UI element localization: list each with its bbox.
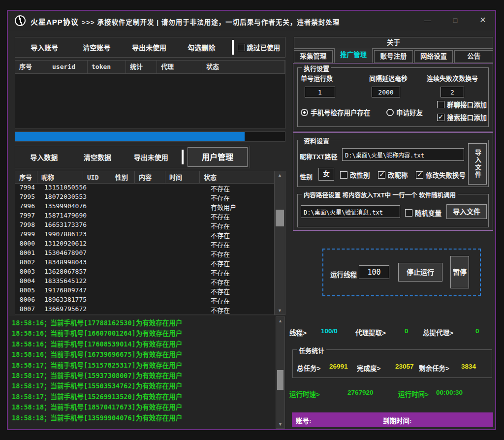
col-proxy: 代理 [157, 61, 202, 73]
run-speed-value: 2767920 [347, 389, 374, 396]
user-manage-button[interactable]: 用户管理 [188, 147, 248, 167]
log-line: 18:58:17；当前手机号[15937308007]为有效存在用户 [12, 371, 285, 381]
tab-network[interactable]: 网络设置 [414, 50, 453, 63]
nick-path-label: 昵称TXT路径 [300, 152, 338, 161]
delay-ms-input[interactable] [372, 87, 400, 97]
col-userid: userid [48, 61, 88, 73]
proxy-stat-value: 0 [405, 327, 409, 335]
table-scrollbar[interactable]: ▲ ▼ [274, 171, 285, 315]
remain-value: 3834 [461, 363, 476, 370]
stop-run-button[interactable]: 停止运行 [398, 263, 442, 282]
tab-register[interactable]: 账号注册 [374, 50, 413, 63]
log-line: 18:58:17；当前手机号[15157825317]为有效存在用户 [12, 360, 285, 371]
table-row[interactable]: 799715871479690不存在 [15, 212, 285, 221]
log-line: 18:58:16；当前手机号[16607001264]为有效存在用户 [12, 328, 285, 339]
table-row[interactable]: 800713669795672不存在 [15, 305, 285, 314]
clear-accounts-button[interactable]: 清空账号 [70, 42, 123, 52]
nick-path-input[interactable] [342, 148, 464, 161]
tab-promote[interactable]: 推广管理 [334, 48, 373, 63]
done-label: 完成度> [357, 363, 380, 373]
maximize-button[interactable]: □ [448, 14, 463, 27]
table-row[interactable]: 800218348998043不存在 [15, 258, 285, 268]
export-unused-data-button[interactable]: 导出未使用 [124, 152, 178, 162]
table-row[interactable]: 800115304678907不存在 [15, 249, 285, 258]
profile-settings-panel: 资料设置 昵称TXT路径 导入文件 性别 女 改性别 改昵称 修改失败换号 内容… [293, 132, 493, 231]
tab-collect[interactable]: 采集管理 [294, 50, 333, 63]
scrollbar-thumb[interactable] [277, 370, 284, 390]
delete-checked-button[interactable]: 勾选删除 [175, 42, 227, 52]
thread-count-label: 运行线程 [330, 269, 357, 279]
profile-group-title: 资料设置 [302, 136, 331, 145]
import-content-file-button[interactable]: 导入文件 [446, 204, 487, 219]
log-line: 18:58:16；当前手机号[16739696675]为有效存在用户 [12, 349, 285, 360]
export-unused-accounts-button[interactable]: 导出未使用 [123, 42, 175, 52]
toolbar-divider [232, 40, 234, 55]
skip-used-checkbox[interactable]: 跳过已使用 [238, 42, 283, 52]
pause-button[interactable]: 暂停 [450, 256, 469, 288]
about-button[interactable]: 关于 [294, 37, 493, 49]
delay-ms-label: 间隔延迟毫秒 [369, 73, 408, 83]
change-nick-checkbox[interactable]: 改昵称 [378, 170, 408, 180]
task-stats-title: 任务统计 [297, 346, 326, 355]
gender-label: 性别 [300, 172, 313, 181]
account-table-body[interactable] [15, 74, 285, 129]
table-row[interactable]: 800519176809747不存在 [15, 286, 285, 296]
import-nick-file-button[interactable]: 导入文件 [468, 143, 487, 185]
checkbox-icon [340, 171, 347, 179]
fail-switch-input[interactable] [441, 87, 464, 97]
col-uid: UID [83, 171, 111, 183]
run-time-value: 00:00:30 [436, 389, 463, 396]
clear-data-button[interactable]: 清空数据 [71, 152, 125, 162]
checkbox-icon [378, 171, 385, 179]
content-path-input[interactable] [301, 205, 400, 218]
table-row[interactable]: 800618963381775不存在 [15, 296, 285, 305]
thread-count-input[interactable] [359, 265, 389, 279]
runs-per-account-input[interactable] [305, 87, 335, 97]
thread-stat-value: 100/0 [321, 327, 338, 335]
title-bar: 火星APP协议 >>> 承接软件定制开发 | 请勿用于非法用途，一切后果与作者无… [8, 11, 495, 31]
table-row[interactable]: 800013120920612不存在 [15, 240, 285, 249]
scroll-down-icon[interactable]: ▼ [275, 307, 285, 314]
screen: 火星APP协议 >>> 承接软件定制开发 | 请勿用于非法用途，一切后果与作者无… [0, 0, 504, 440]
scroll-down-icon[interactable]: ▼ [276, 420, 284, 428]
checkbox-label: 群聊接口添加 [447, 99, 487, 109]
checkbox-label: 搜索接口添加 [447, 112, 487, 122]
task-stats-groupbox: 任务统计 总任务> 26991 完成度> 23057 剩余任务> 3834 [292, 349, 492, 378]
gender-select[interactable]: 女 [318, 168, 334, 181]
col-gender: 性别 [111, 171, 135, 183]
scrollbar-thumb[interactable] [276, 210, 284, 226]
checkbox-icon [416, 171, 423, 179]
exec-groupbox: 执行设置 单号运行数 间隔延迟毫秒 连续失败次数换号 手机号检存用户存在 申请好… [297, 67, 489, 127]
app-subtitle: >>> 承接软件定制开发 | 请勿用于非法用途，一切后果与作者无关，违者禁封处理 [82, 17, 340, 27]
scroll-up-icon[interactable]: ▲ [276, 317, 284, 325]
table-row[interactable]: 799613599904076有效用户 [15, 202, 285, 212]
close-button[interactable]: ✕ [475, 14, 490, 27]
user-table-body: 799413151050556不存在 799518072030553不存在 79… [15, 184, 285, 315]
tab-notice[interactable]: 公告 [454, 50, 493, 63]
table-row[interactable]: 799816653173376不存在 [15, 221, 285, 230]
friend-request-radio[interactable]: 申请好友 [386, 107, 423, 117]
table-row[interactable]: 799518072030553不存在 [15, 193, 285, 202]
log-line: 18:58:17；当前手机号[15269913520]为有效存在用户 [12, 392, 285, 402]
table-row[interactable]: 800418335645122不存在 [15, 277, 285, 286]
check-user-exists-radio[interactable]: 手机号检存用户存在 [301, 107, 371, 117]
checkbox-icon [437, 101, 444, 108]
fail-switch-label: 连续失败次数换号 [427, 73, 478, 83]
group-chat-api-checkbox[interactable]: 群聊接口添加 [437, 99, 487, 109]
col-index: 序号 [15, 61, 48, 73]
import-data-button[interactable]: 导入数据 [17, 152, 71, 162]
log-scrollbar[interactable]: ▲ ▼ [276, 316, 285, 429]
col-token: token [88, 61, 126, 73]
change-gender-checkbox[interactable]: 改性别 [340, 170, 370, 180]
search-api-checkbox[interactable]: 搜索接口添加 [437, 112, 487, 122]
minimize-button[interactable]: — [420, 14, 435, 27]
scroll-up-icon[interactable]: ▲ [275, 171, 285, 179]
random-var-checkbox[interactable]: 随机变量 [405, 208, 441, 218]
table-row[interactable]: 799413151050556不存在 [15, 184, 285, 193]
col-nick: 昵称 [37, 171, 83, 183]
table-row[interactable]: 800313628067857不存在 [15, 268, 285, 277]
total-task-label: 总任务> [297, 363, 320, 373]
import-accounts-button[interactable]: 导入账号 [18, 42, 70, 52]
fail-switch-checkbox[interactable]: 修改失败换号 [416, 170, 466, 180]
table-row[interactable]: 799919907886123不存在 [15, 230, 285, 240]
